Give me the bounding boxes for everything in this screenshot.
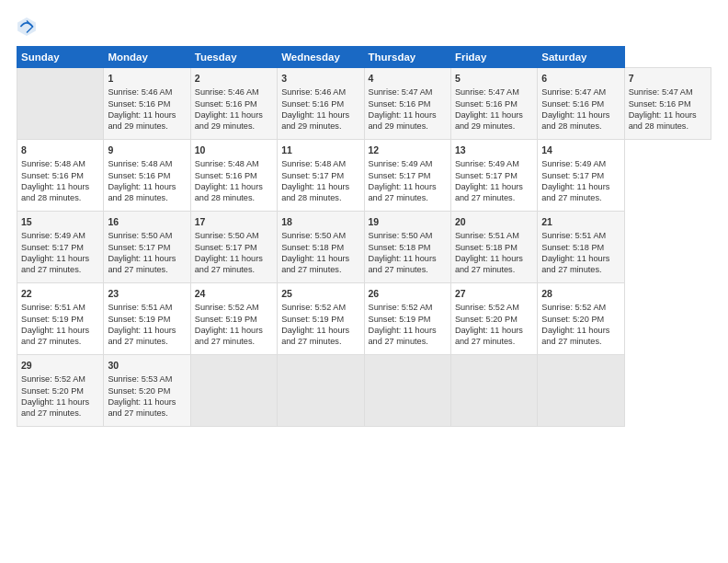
day-number: 23 [108, 287, 186, 300]
sunrise: Sunrise: 5:47 AM [541, 87, 606, 97]
day-number: 11 [281, 144, 359, 156]
day-cell: 30Sunrise: 5:53 AMSunset: 5:20 PMDayligh… [104, 355, 190, 427]
sunset: Sunset: 5:16 PM [108, 99, 170, 109]
day-cell: 16Sunrise: 5:50 AMSunset: 5:17 PMDayligh… [104, 212, 190, 283]
sunset: Sunset: 5:20 PM [455, 315, 518, 324]
header [17, 17, 711, 37]
daylight: Daylight: 11 hours and 28 minutes. [541, 110, 609, 131]
day-cell: 3Sunrise: 5:46 AMSunset: 5:16 PMDaylight… [278, 68, 364, 140]
day-cell: 9Sunrise: 5:48 AMSunset: 5:16 PMDaylight… [104, 140, 190, 212]
sunrise: Sunrise: 5:48 AM [195, 159, 259, 168]
sunrise: Sunrise: 5:51 AM [541, 231, 606, 240]
sunset: Sunset: 5:17 PM [21, 243, 84, 252]
sunset: Sunset: 5:20 PM [21, 386, 84, 396]
sunrise: Sunrise: 5:46 AM [195, 87, 259, 97]
daylight: Daylight: 11 hours and 27 minutes. [455, 254, 523, 274]
day-cell: 29Sunrise: 5:52 AMSunset: 5:20 PMDayligh… [17, 355, 104, 427]
sunrise: Sunrise: 5:47 AM [369, 87, 433, 97]
sunset: Sunset: 5:18 PM [281, 243, 344, 252]
day-cell: 11Sunrise: 5:48 AMSunset: 5:17 PMDayligh… [278, 140, 364, 212]
sunset: Sunset: 5:19 PM [281, 315, 344, 324]
day-cell: 2Sunrise: 5:46 AMSunset: 5:16 PMDaylight… [190, 68, 277, 140]
header-row: SundayMondayTuesdayWednesdayThursdayFrid… [17, 47, 711, 68]
sunset: Sunset: 5:20 PM [108, 386, 170, 396]
day-number: 6 [541, 72, 620, 85]
sunset: Sunset: 5:16 PM [108, 171, 170, 180]
day-cell [17, 68, 104, 140]
day-number: 7 [629, 72, 707, 85]
sunset: Sunset: 5:19 PM [369, 315, 431, 324]
daylight: Daylight: 11 hours and 27 minutes. [281, 326, 349, 346]
sunset: Sunset: 5:16 PM [541, 99, 604, 109]
sunrise: Sunrise: 5:50 AM [281, 231, 346, 240]
day-number: 13 [455, 144, 533, 156]
daylight: Daylight: 11 hours and 27 minutes. [21, 254, 89, 274]
daylight: Daylight: 11 hours and 27 minutes. [21, 397, 89, 418]
day-number: 16 [108, 215, 186, 228]
day-number: 4 [369, 72, 447, 85]
day-cell: 27Sunrise: 5:52 AMSunset: 5:20 PMDayligh… [450, 283, 537, 355]
header-cell-wednesday: Wednesday [278, 47, 364, 68]
sunset: Sunset: 5:17 PM [281, 171, 344, 180]
daylight: Daylight: 11 hours and 27 minutes. [281, 254, 349, 274]
day-number: 18 [281, 215, 359, 228]
sunset: Sunset: 5:16 PM [21, 171, 84, 180]
daylight: Daylight: 11 hours and 27 minutes. [195, 326, 263, 346]
day-cell: 10Sunrise: 5:48 AMSunset: 5:16 PMDayligh… [190, 140, 277, 212]
sunrise: Sunrise: 5:50 AM [369, 231, 433, 240]
sunset: Sunset: 5:16 PM [369, 99, 431, 109]
sunrise: Sunrise: 5:50 AM [108, 231, 172, 240]
daylight: Daylight: 11 hours and 28 minutes. [629, 110, 697, 131]
sunrise: Sunrise: 5:52 AM [195, 303, 259, 312]
header-cell-thursday: Thursday [364, 47, 450, 68]
sunset: Sunset: 5:18 PM [369, 243, 431, 252]
day-cell: 4Sunrise: 5:47 AMSunset: 5:16 PMDaylight… [364, 68, 450, 140]
sunrise: Sunrise: 5:50 AM [195, 231, 259, 240]
week-row-1: 8Sunrise: 5:48 AMSunset: 5:16 PMDaylight… [17, 140, 711, 212]
sunrise: Sunrise: 5:52 AM [541, 303, 606, 312]
sunrise: Sunrise: 5:47 AM [455, 87, 519, 97]
daylight: Daylight: 11 hours and 29 minutes. [108, 110, 176, 131]
sunset: Sunset: 5:16 PM [281, 99, 344, 109]
sunrise: Sunrise: 5:47 AM [629, 87, 693, 97]
day-number: 21 [541, 215, 620, 228]
day-cell: 19Sunrise: 5:50 AMSunset: 5:18 PMDayligh… [364, 212, 450, 283]
day-cell: 23Sunrise: 5:51 AMSunset: 5:19 PMDayligh… [104, 283, 190, 355]
day-number: 9 [108, 144, 186, 156]
day-cell [450, 355, 537, 427]
sunrise: Sunrise: 5:46 AM [108, 87, 172, 97]
day-number: 10 [195, 144, 273, 156]
day-cell: 21Sunrise: 5:51 AMSunset: 5:18 PMDayligh… [538, 212, 624, 283]
day-cell: 5Sunrise: 5:47 AMSunset: 5:16 PMDaylight… [450, 68, 537, 140]
sunset: Sunset: 5:18 PM [455, 243, 518, 252]
sunset: Sunset: 5:16 PM [629, 99, 691, 109]
header-cell-monday: Monday [104, 47, 190, 68]
sunrise: Sunrise: 5:52 AM [281, 303, 346, 312]
day-cell: 18Sunrise: 5:50 AMSunset: 5:18 PMDayligh… [278, 212, 364, 283]
sunrise: Sunrise: 5:52 AM [455, 303, 519, 312]
day-cell: 12Sunrise: 5:49 AMSunset: 5:17 PMDayligh… [364, 140, 450, 212]
daylight: Daylight: 11 hours and 27 minutes. [108, 397, 176, 418]
sunrise: Sunrise: 5:52 AM [369, 303, 433, 312]
sunset: Sunset: 5:17 PM [541, 171, 604, 180]
day-cell: 8Sunrise: 5:48 AMSunset: 5:16 PMDaylight… [17, 140, 104, 212]
day-number: 1 [108, 72, 186, 85]
sunset: Sunset: 5:17 PM [455, 171, 518, 180]
daylight: Daylight: 11 hours and 28 minutes. [281, 182, 349, 202]
day-number: 22 [21, 287, 99, 300]
sunset: Sunset: 5:19 PM [195, 315, 257, 324]
day-number: 25 [281, 287, 359, 300]
sunrise: Sunrise: 5:49 AM [455, 159, 519, 168]
daylight: Daylight: 11 hours and 29 minutes. [281, 110, 349, 131]
day-number: 14 [541, 144, 620, 156]
sunset: Sunset: 5:16 PM [195, 99, 257, 109]
daylight: Daylight: 11 hours and 27 minutes. [195, 254, 263, 274]
daylight: Daylight: 11 hours and 28 minutes. [195, 182, 263, 202]
daylight: Daylight: 11 hours and 27 minutes. [541, 182, 609, 202]
sunset: Sunset: 5:16 PM [195, 171, 257, 180]
daylight: Daylight: 11 hours and 27 minutes. [21, 326, 89, 346]
day-cell: 24Sunrise: 5:52 AMSunset: 5:19 PMDayligh… [190, 283, 277, 355]
sunrise: Sunrise: 5:52 AM [21, 374, 85, 384]
week-row-0: 1Sunrise: 5:46 AMSunset: 5:16 PMDaylight… [17, 68, 711, 140]
calendar-table: SundayMondayTuesdayWednesdayThursdayFrid… [17, 46, 711, 427]
